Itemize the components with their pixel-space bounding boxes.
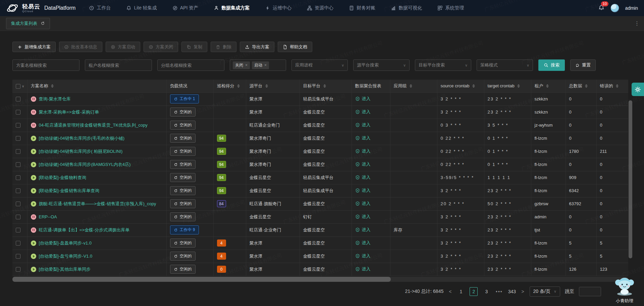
nav-item-system-management[interactable]: 系统管理 [437, 5, 464, 11]
report-enter-link[interactable]: 进入 [355, 227, 371, 233]
plan-name-link[interactable]: 旗舰-旺店通-销售退货单——>金蝶-销售退货(非预入库)_copy [39, 201, 156, 207]
sort-icon[interactable] [323, 84, 326, 88]
tenant-name-search-input[interactable] [85, 59, 152, 71]
report-enter-link[interactable]: 进入 [355, 201, 371, 207]
plan-start-button[interactable]: 方案启动 [106, 42, 140, 52]
column-header[interactable]: 目标平台 [300, 80, 352, 92]
tab-integration-plan-list[interactable]: 集成方案列表 [6, 18, 50, 29]
report-enter-link[interactable]: 进入 [355, 240, 371, 246]
horizontal-scrollbar[interactable] [12, 277, 628, 282]
row-checkbox[interactable] [16, 215, 20, 219]
row-checkbox[interactable] [16, 136, 20, 141]
plan-name-link[interactable]: 查询-聚水潭仓库 [39, 96, 71, 102]
plan-name-link[interactable]: ERP--OA [39, 214, 57, 219]
select-all-checkbox[interactable] [16, 84, 20, 89]
sort-icon[interactable] [472, 84, 475, 88]
sort-icon[interactable] [546, 84, 549, 88]
sort-icon[interactable] [517, 84, 520, 88]
nav-item-data-visualization[interactable]: 数据可视化 [391, 5, 422, 11]
nav-item-ops-center[interactable]: 运维中心 [265, 5, 291, 11]
help-doc-button[interactable]: 帮助文档 [278, 42, 312, 52]
nav-item-api-assets[interactable]: API 资产 [172, 5, 198, 11]
sort-icon[interactable] [616, 84, 619, 88]
vertical-scrollbar-thumb[interactable] [629, 100, 632, 258]
row-checkbox[interactable] [16, 123, 20, 128]
row-checkbox[interactable] [16, 254, 20, 259]
prev-page-icon[interactable]: < [448, 289, 452, 294]
tab-options-icon[interactable]: ⋮ [634, 20, 640, 27]
load-status-button[interactable]: 空闲的 [170, 186, 196, 195]
horizontal-scrollbar-thumb[interactable] [12, 277, 391, 282]
refresh-icon[interactable] [41, 21, 45, 26]
export-plan-button[interactable]: 导出方案 [240, 42, 274, 52]
plan-name-link[interactable]: [自动绿健]-04销售出库同步( 柏丽尼BOLINI) [39, 148, 123, 155]
report-enter-link[interactable]: 进入 [355, 122, 371, 128]
column-header[interactable]: 负载情况 [166, 80, 213, 92]
plan-name-link[interactable]: 04-旺店通退换管理对接金蝶销售退货_TK优先队列_copy [39, 122, 148, 128]
report-enter-link[interactable]: 进入 [355, 214, 371, 220]
load-status-button[interactable]: 工作中 1 [170, 94, 199, 103]
row-checkbox[interactable] [16, 97, 20, 101]
sort-icon[interactable] [585, 84, 588, 88]
sort-icon[interactable] [51, 84, 54, 88]
row-checkbox[interactable] [16, 175, 20, 180]
search-button[interactable]: 搜索 [538, 59, 565, 71]
plan-close-button[interactable]: 方案关闭 [144, 42, 178, 52]
jump-page-input[interactable] [579, 287, 601, 296]
plan-name-link[interactable]: [自动爱梨]-其他出库单同步 [39, 266, 91, 272]
column-header[interactable]: 错误的 [596, 80, 628, 92]
row-checkbox[interactable] [16, 228, 20, 232]
nav-item-lite-integration[interactable]: Lite 轻集成 [126, 5, 157, 11]
row-checkbox[interactable] [16, 241, 20, 246]
strategy-mode-select[interactable]: 策略模式∨ [477, 59, 533, 71]
load-status-button[interactable]: 空闲的 [170, 252, 196, 261]
copy-button[interactable]: 复制 [181, 42, 207, 52]
nav-item-resource-center[interactable]: 资源中心 [307, 5, 333, 11]
report-enter-link[interactable]: 进入 [355, 253, 371, 259]
group-name-search-input[interactable] [157, 59, 224, 71]
column-header[interactable]: source crontab [437, 80, 484, 92]
report-enter-link[interactable]: 进入 [355, 148, 371, 154]
page-size-select[interactable]: 20 条/页∨ [530, 287, 560, 297]
page-ellipsis[interactable]: ••• [495, 287, 503, 296]
row-checkbox[interactable] [16, 188, 20, 193]
column-header[interactable]: 应用组 [390, 80, 437, 92]
status-multiselect[interactable]: 关闭× 启动× [230, 59, 286, 71]
nav-item-data-integration[interactable]: 数据集成方案 [214, 5, 250, 11]
sort-icon[interactable] [410, 84, 412, 88]
app-process-select[interactable]: 应用进程∨ [291, 59, 348, 71]
row-checkbox[interactable] [16, 149, 20, 154]
brand[interactable]: 轻易云 QCloud DataPlatform [6, 2, 75, 14]
report-enter-link[interactable]: 进入 [355, 174, 371, 180]
vertical-scrollbar[interactable] [629, 97, 632, 306]
load-status-button[interactable]: 空闲的 [170, 265, 196, 274]
reset-button[interactable]: 重置 [570, 59, 596, 71]
load-status-button[interactable]: 空闲的 [170, 173, 196, 182]
plan-name-link[interactable]: [联动爱梨]-金蝶销售出库单查询 [39, 188, 100, 194]
nav-item-finance-reconciliation[interactable]: 财务对账 [349, 5, 375, 11]
column-settings-button[interactable] [632, 83, 644, 96]
tag-remove-icon[interactable]: × [245, 63, 248, 68]
column-header[interactable]: 方案名称 [27, 80, 166, 92]
next-page-icon[interactable]: > [521, 289, 525, 294]
load-status-button[interactable]: 空闲的 [170, 134, 196, 143]
report-enter-link[interactable]: 进入 [355, 187, 371, 193]
report-enter-link[interactable]: 进入 [355, 109, 371, 115]
load-status-button[interactable]: 空闲的 [170, 121, 196, 130]
report-enter-link[interactable]: 进入 [355, 135, 371, 141]
notification-bell[interactable]: 10 [598, 4, 604, 12]
new-plan-button[interactable]: 新增集成方案 [12, 42, 56, 52]
tag-remove-icon[interactable]: × [264, 63, 267, 68]
plan-name-link[interactable]: 旺店通-调拨单【出】=>金蝶-分步式调拨出库单 [39, 227, 130, 233]
page-1[interactable]: 1 [457, 287, 465, 296]
column-header[interactable]: target crontab [484, 80, 531, 92]
delete-button[interactable]: 删除 [211, 42, 236, 52]
sort-icon[interactable] [265, 84, 268, 88]
plan-name-link[interactable]: [自动爱梨]-盘亏单同步-V1.0 [39, 253, 93, 259]
batch-edit-button[interactable]: 批改基本信息 [59, 42, 102, 52]
sort-icon[interactable] [237, 84, 240, 88]
report-enter-link[interactable]: 进入 [355, 161, 371, 167]
plan-name-link[interactable]: [自动爱梨]-盘盈单同步-v1.0 [39, 240, 92, 246]
column-header[interactable]: 源平台 [246, 80, 300, 92]
page-2-active[interactable]: 2 [470, 287, 478, 296]
